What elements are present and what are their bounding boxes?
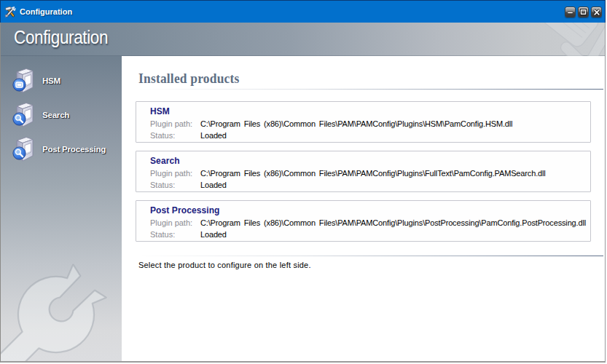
close-button[interactable]: [591, 7, 602, 17]
post-processing-product-icon: [10, 135, 38, 162]
footer-hint: Select the product to configure on the l…: [138, 261, 311, 269]
sidebar-item-hsm[interactable]: HSM: [10, 67, 60, 94]
sidebar-item-post-processing[interactable]: Post Processing: [10, 135, 106, 162]
status-label: Status:: [150, 229, 200, 241]
app-crossed-tools-icon: [4, 6, 17, 18]
sidebar-item-label: Post Processing: [42, 145, 106, 154]
footer-rule: [138, 256, 603, 256]
titlebar: Configuration: [0, 0, 606, 23]
header-banner: Configuration: [1, 23, 605, 56]
status-label: Status:: [150, 130, 200, 142]
sidebar-item-search[interactable]: Search: [10, 101, 69, 128]
plugin-path-label: Plugin path:: [150, 218, 200, 229]
search-product-icon: [10, 101, 38, 128]
minimize-icon: [567, 9, 573, 15]
close-icon: [593, 9, 600, 16]
status-value: Loaded: [200, 180, 227, 191]
tools-watermark-icon: [526, 23, 605, 56]
plugin-path-value: C:\Program Files (x86)\Common Files\PAM\…: [200, 168, 546, 180]
sidebar-item-label: HSM: [42, 76, 60, 85]
page-title: Configuration: [14, 27, 108, 48]
heading-rule: [138, 89, 603, 90]
product-card-post-processing: Post Processing Plugin path: C:\Program …: [136, 200, 591, 242]
minimize-button[interactable]: [565, 7, 576, 17]
plugin-path-value: C:\Program Files (x86)\Common Files\PAM\…: [200, 119, 512, 130]
product-card-hsm: HSM Plugin path: C:\Program Files (x86)\…: [136, 101, 591, 143]
wrench-watermark-icon: [1, 249, 122, 361]
hsm-product-icon: [10, 67, 38, 94]
product-card-search: Search Plugin path: C:\Program Files (x8…: [136, 151, 591, 192]
status-label: Status:: [150, 180, 200, 191]
window-title: Configuration: [20, 7, 72, 17]
product-name: Post Processing: [150, 205, 590, 215]
plugin-path-label: Plugin path:: [150, 119, 200, 130]
product-name: HSM: [150, 106, 590, 116]
status-value: Loaded: [200, 130, 227, 142]
content-panel: Installed products HSM Plugin path: C:\P…: [122, 56, 605, 361]
maximize-button[interactable]: [578, 7, 589, 17]
product-name: Search: [150, 156, 590, 166]
sidebar-item-label: Search: [42, 111, 69, 119]
plugin-path-label: Plugin path:: [150, 168, 200, 180]
plugin-path-value: C:\Program Files (x86)\Common Files\PAM\…: [200, 218, 586, 229]
status-value: Loaded: [200, 229, 227, 241]
section-heading: Installed products: [138, 71, 240, 87]
maximize-icon: [580, 9, 587, 15]
window-controls: [565, 7, 602, 17]
window-body: Configuration HSM Search Post Processing…: [0, 23, 606, 363]
